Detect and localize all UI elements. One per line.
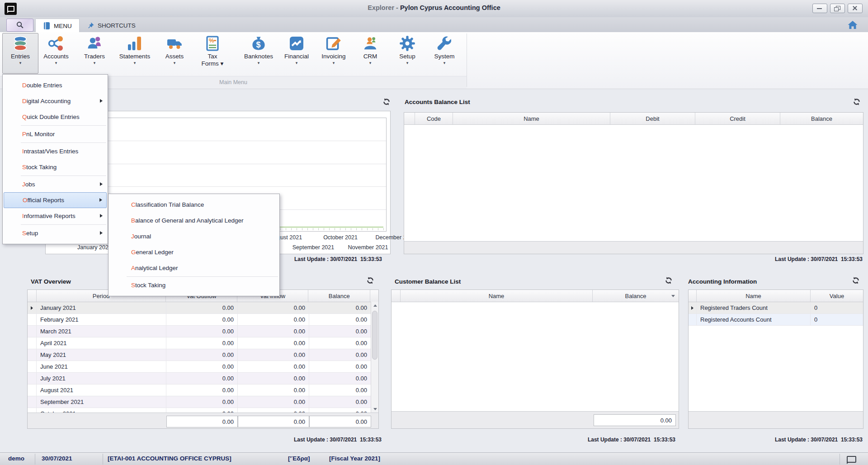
column-header-name[interactable]: Name	[453, 113, 610, 124]
ribbon-button-setup[interactable]: Setup▾	[389, 33, 426, 74]
table-row[interactable]: September 20210.000.000.00	[28, 396, 378, 408]
period-cell: May 2021	[37, 349, 166, 361]
panel-title: VAT Overview	[31, 278, 71, 285]
home-button[interactable]	[847, 20, 858, 30]
ribbon-button-label: Traders	[84, 53, 105, 60]
chart-axis-tick	[307, 228, 308, 230]
row-indicator	[689, 302, 697, 313]
column-header-code[interactable]: Code	[415, 113, 453, 124]
statements-barchart-icon	[126, 35, 143, 52]
chart-axis-tick	[318, 228, 319, 230]
menu-item-label: etup	[26, 230, 38, 237]
table-row[interactable]: March 20210.000.000.00	[28, 326, 378, 337]
period-cell: September 2021	[37, 396, 166, 408]
tab-menu[interactable]: MENU	[35, 19, 80, 33]
chevron-down-icon: ▾	[55, 61, 57, 65]
submenu-item-analytical-ledger[interactable]: Analytical Ledger	[108, 260, 279, 276]
restore-button[interactable]	[830, 4, 845, 13]
menu-item-label: fficial Reports	[28, 197, 65, 204]
scroll-down-arrow[interactable]	[373, 408, 377, 410]
chart-axis-tick	[297, 228, 297, 230]
table-row[interactable]: Registered Accounts Count 0	[689, 314, 863, 326]
menu-item-label: nL Monitor	[26, 131, 55, 138]
refresh-button[interactable]	[382, 98, 391, 106]
info-value-cell: 0	[811, 302, 863, 313]
submenu-item-general-ledger[interactable]: General Ledger	[108, 244, 279, 260]
refresh-button[interactable]	[665, 276, 673, 285]
ribbon-button-crm[interactable]: CRM▾	[352, 33, 389, 74]
submenu-item-classification-trial-balance[interactable]: Classification Trial Balance	[108, 197, 279, 213]
menu-item-intrastat-vies-entries[interactable]: Intrastat/Vies Entries	[3, 143, 108, 159]
table-row[interactable]: May 20210.000.000.00	[28, 349, 378, 361]
table-row[interactable]: February 20210.000.000.00	[28, 314, 378, 326]
chart-axis-tick	[383, 228, 384, 230]
search-button[interactable]	[6, 19, 33, 32]
column-header-credit[interactable]: Credit	[695, 113, 780, 124]
vertical-scrollbar[interactable]	[371, 302, 378, 413]
menu-item-digital-accounting[interactable]: Digital Accounting	[3, 93, 108, 109]
refresh-button[interactable]	[852, 276, 860, 285]
menu-item-mnemonic: J	[131, 233, 134, 240]
message-bubble-icon[interactable]	[847, 456, 856, 463]
row-indicator	[28, 396, 37, 408]
ribbon-button-financial[interactable]: Financial▾	[278, 33, 316, 74]
ribbon-button-entries[interactable]: Entries▾	[2, 33, 38, 74]
ribbon-button-invoicing[interactable]: Invoicing▾	[315, 33, 353, 74]
chart-axis-tick	[373, 228, 373, 230]
ribbon-button-assets[interactable]: Assets▾	[156, 33, 193, 74]
amount-cell: 0.00	[166, 373, 238, 384]
menu-separator	[127, 276, 278, 277]
menu-item-setup[interactable]: Setup	[3, 225, 108, 241]
ribbon-button-statements[interactable]: Statements▾	[115, 33, 154, 74]
ribbon-button-traders[interactable]: Traders▾	[76, 33, 113, 74]
menu-item-mnemonic: Q	[22, 114, 27, 120]
scrollbar-thumb[interactable]	[372, 311, 377, 360]
table-row[interactable]: July 20210.000.000.00	[28, 373, 378, 384]
menu-item-jobs[interactable]: Jobs	[3, 176, 108, 192]
ribbon-button-system[interactable]: System▾	[426, 33, 463, 74]
chevron-down-icon: ▾	[296, 61, 298, 65]
table-row[interactable]: April 20210.000.000.00	[28, 337, 378, 349]
menu-item-official-reports[interactable]: Official Reports	[4, 192, 107, 208]
submenu-item-stock-taking[interactable]: Stock Taking	[108, 277, 279, 293]
ribbon-button-banknotes[interactable]: $Banknotes▾	[239, 33, 278, 74]
column-header-name[interactable]: Name	[401, 290, 593, 302]
amount-cell: 0.00	[166, 384, 238, 396]
submenu-item-balance-of-general-and-analytical-ledger[interactable]: Balance of General and Analytical Ledger	[108, 213, 279, 228]
column-header-debit[interactable]: Debit	[610, 113, 695, 124]
column-header-balance[interactable]: Balance	[308, 290, 370, 302]
table-row[interactable]: June 20210.000.000.00	[28, 361, 378, 373]
filter-dropdown-icon[interactable]	[671, 295, 675, 297]
menu-item-pnl-monitor[interactable]: PnL Monitor	[3, 126, 108, 142]
scroll-up-arrow[interactable]	[373, 304, 377, 307]
menu-item-stock-taking[interactable]: Stock Taking	[3, 159, 108, 175]
minimize-button[interactable]	[812, 4, 827, 13]
chart-axis-tick	[324, 228, 324, 230]
amount-cell: 0.00	[238, 326, 309, 337]
book-icon	[43, 22, 51, 30]
refresh-button[interactable]	[366, 276, 374, 285]
ribbon-button-tax-forms[interactable]: %Tax Forms ▾	[193, 33, 231, 74]
chevron-down-icon: ▾	[174, 61, 176, 65]
column-header-name[interactable]: Name	[697, 290, 811, 302]
entries-database-icon	[12, 35, 29, 52]
close-button[interactable]	[848, 4, 863, 13]
column-header-balance[interactable]: Balance	[593, 290, 679, 302]
menu-item-informative-reports[interactable]: Informative Reports	[3, 208, 108, 224]
table-row[interactable]: Registered Traders Count 0	[689, 302, 863, 314]
menu-item-mnemonic: C	[131, 201, 136, 208]
tab-shortcuts[interactable]: SHORTCUTS	[80, 19, 143, 32]
menu-item-quick-double-entries[interactable]: Quick Double Entries	[3, 109, 108, 125]
refresh-button[interactable]	[853, 98, 861, 106]
table-row[interactable]: August 20210.000.000.00	[28, 384, 378, 396]
menu-item-mnemonic: S	[22, 230, 26, 237]
menu-item-mnemonic: S	[131, 282, 135, 289]
column-header-balance[interactable]: Balance	[780, 113, 863, 124]
last-update-label: Last Update : 30/07/2021 15:33:53	[294, 256, 382, 262]
column-header-value[interactable]: Value	[811, 290, 863, 302]
period-cell: April 2021	[37, 337, 166, 349]
table-row[interactable]: January 20210.000.000.00	[28, 302, 378, 314]
menu-item-double-entries[interactable]: Double Entries	[3, 77, 108, 93]
submenu-item-journal[interactable]: Journal	[108, 228, 279, 244]
ribbon-button-accounts[interactable]: Accounts▾	[38, 33, 75, 74]
